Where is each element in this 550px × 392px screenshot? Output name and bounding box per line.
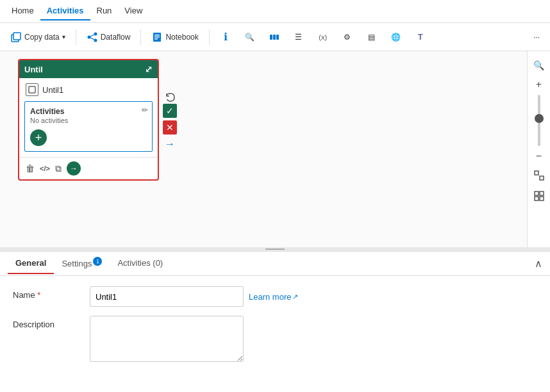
code-icon[interactable]: </> [40,165,50,172]
more-button[interactable]: ··· [528,30,545,44]
collapse-button[interactable]: ∧ [535,257,542,270]
delete-icon[interactable]: 🗑 [26,163,35,174]
add-activity-button[interactable]: + [30,129,47,146]
svg-rect-10 [154,38,158,40]
toolbar-separator-2 [140,29,141,45]
until-name-row: Until1 [19,78,158,99]
toolbar-separator-3 [209,29,210,45]
grid-view-button[interactable] [530,187,548,205]
no-activities-label: No activities [30,117,147,124]
svg-point-3 [94,32,97,35]
form-area: Name * Learn more ↗ Description [0,276,550,381]
until-container: Until ⤢ Until1 ✏ Activities No activitie… [18,59,159,181]
svg-rect-11 [270,35,272,40]
more-icon: ··· [533,33,540,42]
edit-icon[interactable]: ✏ [142,106,148,115]
clone-icon[interactable]: ⧉ [55,163,62,174]
variable-icon: (x) [317,31,329,43]
until-title: Until [24,65,43,74]
zoom-out-button[interactable]: − [531,149,547,164]
svg-rect-20 [540,197,544,200]
copy-data-chevron-icon: ▾ [62,33,65,40]
variable-icon-button[interactable]: (x) [312,29,334,45]
canvas-search-button[interactable]: 🔍 [530,56,548,74]
dataflow-label: Dataflow [101,33,131,42]
teams-icon-button[interactable]: T [410,29,431,45]
dataflow-button[interactable]: Dataflow [81,29,136,45]
list-icon: ☰ [293,31,304,43]
copy-data-label: Copy data [24,33,60,42]
svg-rect-16 [540,176,544,180]
zoom-thumb[interactable] [535,114,544,123]
toolbar: Copy data ▾ Dataflow Notebook ℹ 🔍 ☰ (x) … [0,23,550,51]
description-label: Description [13,316,90,329]
until-header: Until ⤢ [19,60,158,78]
settings-icon-button[interactable]: ⚙ [337,29,358,45]
fit-view-button[interactable] [530,167,548,184]
teams-icon: T [415,31,426,43]
undo-icon[interactable] [164,91,177,106]
name-row: Name * Learn more ↗ [13,286,537,307]
description-row: Description [13,316,537,362]
copy-data-button[interactable]: Copy data ▾ [5,29,71,45]
svg-line-5 [90,35,94,37]
zoom-slider[interactable]: + − [531,77,547,164]
svg-rect-13 [276,35,279,40]
svg-rect-17 [535,192,538,195]
until-name-label: Until1 [42,85,63,95]
notebook-label: Notebook [165,33,198,42]
pipeline-icon [269,31,280,43]
copy-data-icon [10,31,22,43]
pipeline-icon-button[interactable] [263,29,285,45]
expand-icon[interactable]: ⤢ [145,64,153,74]
activities-box: ✏ Activities No activities + [24,101,153,152]
menu-bar: Home Activities Run View [0,0,550,23]
description-input[interactable] [90,316,244,362]
info-button[interactable]: ℹ [215,29,237,45]
zoom-track[interactable] [538,95,540,146]
activities-wrapper: ✏ Activities No activities + ✓ ✕ → [19,101,158,152]
monitor-icon-button[interactable]: ▤ [361,29,383,45]
globe-icon-button[interactable]: 🌐 [385,29,407,45]
globe-icon: 🌐 [390,31,402,43]
learn-more-link[interactable]: Learn more ↗ [249,292,298,302]
tabs-bar: General Settings1 Activities (0) ∧ [0,252,550,276]
right-controls: 🔍 + − [527,51,550,247]
until-header-icons: ⤢ [145,64,153,74]
name-input-group: Learn more ↗ [90,286,298,307]
tab-settings[interactable]: Settings1 [54,252,110,275]
run-icon[interactable]: → [67,161,81,176]
success-action-icon[interactable]: ✓ [163,104,177,118]
monitor-icon: ▤ [366,31,378,43]
svg-point-2 [87,35,90,38]
canvas-area: Until ⤢ Until1 ✏ Activities No activitie… [0,51,550,247]
until-footer: 🗑 </> ⧉ → [19,157,158,179]
settings-icon: ⚙ [342,31,353,43]
side-actions: ✓ ✕ → [163,104,177,151]
notebook-button[interactable]: Notebook [146,29,203,45]
svg-rect-1 [13,33,21,40]
svg-rect-8 [154,35,160,36]
next-action-icon[interactable]: → [163,137,177,151]
until-node-icon [26,83,38,96]
tab-general[interactable]: General [8,253,54,274]
fail-action-icon[interactable]: ✕ [163,120,177,135]
tab-activities[interactable]: Activities (0) [110,253,171,274]
svg-rect-18 [540,192,544,195]
menu-view[interactable]: View [118,2,149,20]
svg-rect-14 [29,86,35,93]
name-required-star: * [37,290,40,300]
zoom-in-button[interactable]: + [531,77,547,92]
list-icon-button[interactable]: ☰ [288,29,310,45]
name-input[interactable] [90,286,244,307]
menu-run[interactable]: Run [90,2,119,20]
name-label: Name * [13,286,90,300]
menu-home[interactable]: Home [5,2,40,20]
svg-rect-12 [273,35,276,40]
search-button[interactable]: 🔍 [239,29,261,45]
external-link-icon: ↗ [292,293,298,301]
bottom-panel: General Settings1 Activities (0) ∧ Name … [0,251,550,392]
dataflow-icon [87,31,98,43]
search-icon: 🔍 [244,31,256,43]
menu-activities[interactable]: Activities [40,2,90,20]
